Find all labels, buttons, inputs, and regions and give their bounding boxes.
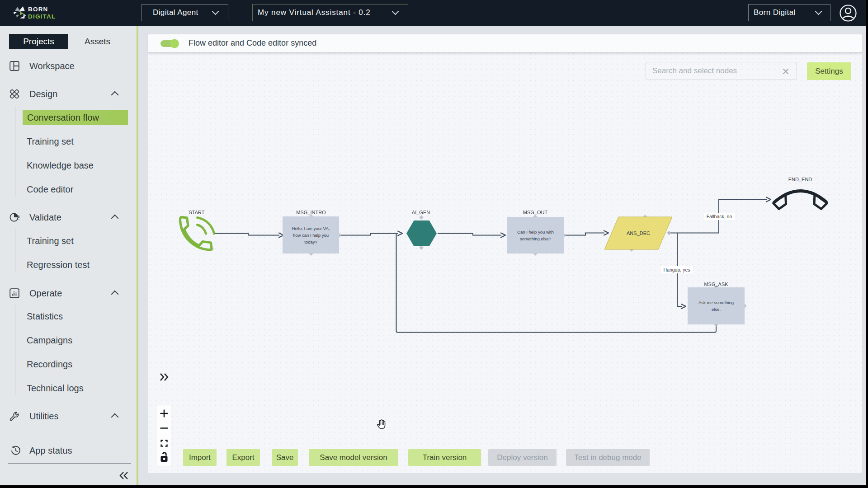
svg-text:ANS_DEC: ANS_DEC [627, 230, 650, 236]
svg-text:DIGITAL: DIGITAL [28, 13, 56, 20]
svg-text:BORN: BORN [28, 6, 48, 13]
